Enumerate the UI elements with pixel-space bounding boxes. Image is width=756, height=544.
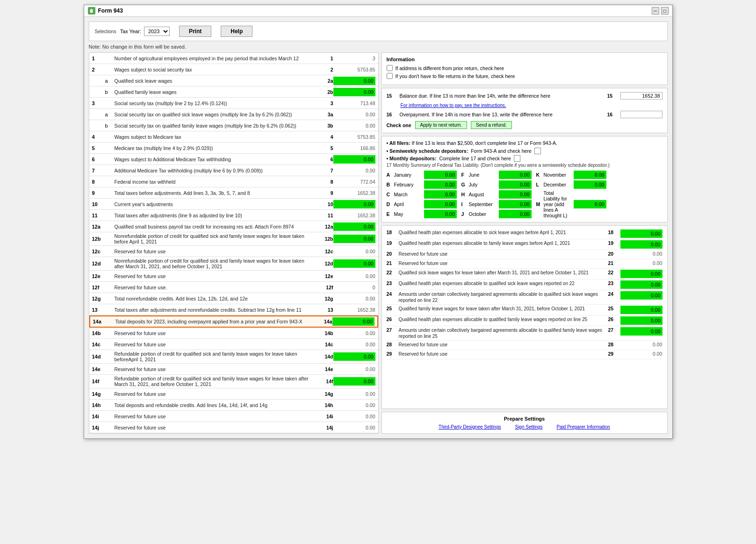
month-input-B[interactable]: [424, 180, 457, 189]
all-filers-row: • All filers: If line 13 is less than $2…: [387, 140, 662, 146]
pay-instructions-link[interactable]: For information on how to pay, see the i…: [401, 103, 506, 108]
right-row-num: 23: [387, 280, 399, 286]
month-input-M[interactable]: [574, 200, 606, 208]
row-value-14b: 0.00: [333, 330, 375, 336]
row-input-14a[interactable]: [332, 317, 374, 326]
right-row-value-21: 0.00: [620, 260, 662, 266]
form-row-7: 7 Additional Medicare Tax withholding (m…: [89, 165, 378, 176]
month-input-G[interactable]: [499, 180, 532, 189]
apply-button[interactable]: Apply to next return.: [415, 121, 468, 129]
row-input-2a[interactable]: [333, 77, 375, 85]
form-row-6: 6 Wages subject to Additional Medicare T…: [89, 154, 378, 165]
month-input-K[interactable]: [574, 171, 606, 179]
row-input-2b[interactable]: [333, 88, 375, 96]
designee-link[interactable]: Third-Party Designee Settings: [439, 424, 501, 429]
right-row-26: 26 Qualified health plan expenses alloca…: [387, 315, 662, 326]
form-row-2: 2 Wages subject to social security tax 2…: [89, 64, 378, 75]
note-text: Note: No change in this form will be sav…: [89, 44, 668, 50]
row-number: 14c: [92, 342, 105, 347]
future-checkbox[interactable]: [387, 73, 393, 79]
print-button[interactable]: Print: [179, 26, 211, 37]
form-row-14f: 14f Refundable portion of credit for qua…: [89, 375, 378, 388]
monthly-title: 17 Monthly Summary of Federal Tax Liabil…: [387, 163, 662, 168]
right-rows-section: 18 Qualified health plan expenses alloca…: [382, 225, 668, 409]
row-input-10[interactable]: [333, 200, 375, 208]
form-row-4: 4 Wages subject to Medicare tax 4 5753.8…: [89, 131, 378, 143]
month-input-J[interactable]: [499, 210, 532, 218]
right-row-label: Reserved for future use: [399, 342, 608, 348]
right-row-input-22[interactable]: [620, 270, 662, 278]
month-row-C: C March: [387, 190, 457, 199]
month-input-H[interactable]: [499, 190, 532, 199]
row-input-6[interactable]: [333, 155, 375, 164]
row-input-12b[interactable]: [333, 235, 375, 243]
right-row-input-19[interactable]: [620, 240, 662, 249]
row-code: 14c: [317, 342, 333, 347]
right-row-label: Reserved for future use: [399, 351, 608, 357]
month-row-L: L December: [536, 180, 606, 189]
selections-label: Selections: [95, 29, 116, 34]
month-input-A[interactable]: [424, 171, 457, 179]
form-row-12d: 12d Nonrefundable portion of credit for …: [89, 257, 378, 271]
tax-year-select[interactable]: 2023 2022 2021: [144, 27, 170, 36]
row-number: 12f: [92, 285, 105, 290]
check-buttons: Check one Apply to next return. Send a r…: [387, 121, 662, 129]
row-code: 14i: [317, 414, 333, 419]
maximize-button[interactable]: □: [661, 7, 669, 14]
sign-link[interactable]: Sign Settings: [515, 424, 542, 429]
right-row-num: 22: [387, 270, 399, 275]
right-row-input-24[interactable]: [620, 291, 662, 300]
right-row-num: 18: [387, 229, 399, 235]
line15-input[interactable]: [620, 92, 662, 100]
right-row-input-26[interactable]: [620, 316, 662, 325]
right-row-input-25[interactable]: [620, 306, 662, 314]
row-sub: a: [105, 78, 115, 84]
row-code: 2b: [317, 89, 333, 95]
row-code: 14d: [317, 354, 333, 359]
line16-input[interactable]: [620, 111, 662, 118]
right-row-label: Amounts under certain collectively barga…: [399, 327, 608, 339]
row-label: Reserved for future use.: [115, 285, 317, 290]
semi-checkbox[interactable]: [534, 148, 541, 154]
balance-section: 15 Balance due. If line 13 is more than …: [382, 88, 668, 133]
month-input-C[interactable]: [424, 190, 457, 199]
right-row-code: 19: [608, 240, 620, 246]
row-number: 4: [92, 134, 105, 140]
monthly-depositors-row: • Monthly depositors: Complete line 17 a…: [387, 155, 662, 162]
row-label: Reserved for future use: [115, 330, 317, 336]
minimize-button[interactable]: ─: [652, 7, 659, 14]
right-row-label: Amounts under certain collectively barga…: [399, 291, 608, 303]
form-row-14a: 14a Total deposits for 2023, including o…: [89, 315, 378, 328]
form-row-12e: 12e Reserved for future use 12e 0.00: [89, 271, 378, 282]
row-value-14h: 0.00: [333, 402, 375, 408]
row-code: 12a: [317, 224, 333, 229]
row-code: 14j: [317, 425, 333, 430]
month-name-A: January: [394, 172, 422, 178]
preparer-link[interactable]: Paid Preparer Information: [556, 424, 610, 429]
row-input-14f[interactable]: [333, 377, 375, 386]
month-name-K: November: [544, 172, 572, 178]
right-row-input-23[interactable]: [620, 280, 662, 289]
row-number: 10: [92, 201, 105, 207]
right-row-input-27[interactable]: [620, 327, 662, 336]
month-input-L[interactable]: [574, 180, 606, 189]
month-letter-L: L: [536, 182, 542, 187]
row-value-12f: 0: [333, 285, 375, 290]
month-column: A January B February C March D April E M…: [387, 171, 457, 218]
month-input-D[interactable]: [424, 200, 457, 208]
info-title: Information: [387, 57, 662, 62]
row-sub: b: [105, 123, 115, 129]
row-input-12a[interactable]: [333, 222, 375, 231]
right-row-23: 23 Qualified health plan expenses alloca…: [387, 279, 662, 290]
help-button[interactable]: Help: [221, 26, 252, 37]
row-input-12d[interactable]: [333, 259, 375, 268]
right-row-input-18[interactable]: [620, 229, 662, 238]
monthly-checkbox[interactable]: [514, 155, 520, 162]
month-input-E[interactable]: [424, 210, 457, 218]
refund-button[interactable]: Send a refund.: [471, 121, 512, 129]
address-checkbox[interactable]: [387, 65, 393, 71]
right-row-num: 29: [387, 351, 399, 357]
month-input-F[interactable]: [499, 171, 532, 179]
month-input-I[interactable]: [499, 200, 532, 208]
row-input-14d[interactable]: [333, 352, 375, 361]
